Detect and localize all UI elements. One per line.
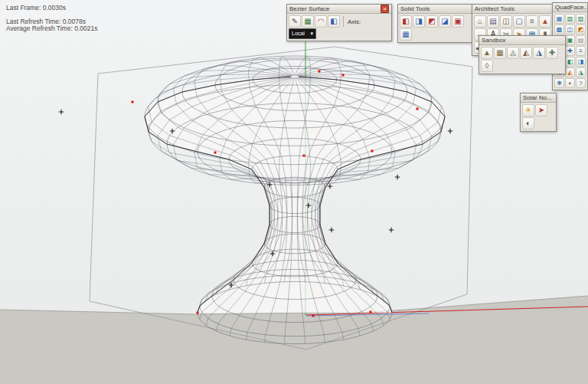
chevron-down-icon: ▾: [310, 29, 313, 38]
toolbar-title: Sandbox: [482, 36, 506, 44]
close-icon[interactable]: ×: [381, 5, 389, 13]
red-control-point: [370, 311, 372, 313]
red-control-point: [416, 108, 419, 110]
loop-select-tool-icon[interactable]: ▩: [554, 25, 564, 34]
solid-icons: ◧◨◩◪▣▦: [398, 14, 472, 42]
door-tool-icon[interactable]: ◫: [500, 15, 512, 28]
drape-tool-icon[interactable]: ◮: [533, 47, 545, 59]
connect-edges-tool-icon[interactable]: ✚: [565, 46, 575, 56]
toolbar-solid-tools: Solid Tools ◧◨◩◪▣▦: [397, 4, 472, 43]
bezier-icons: ✎▦◠◧: [289, 15, 340, 28]
freeze-tool-icon[interactable]: ✱: [554, 78, 564, 88]
from-contours-tool-icon[interactable]: ▲: [481, 47, 493, 59]
bezier-curve-tool-icon[interactable]: ◠: [315, 15, 327, 28]
control-cross: [448, 129, 452, 133]
window-tool-icon[interactable]: ▢: [513, 15, 525, 28]
control-cross: [328, 184, 332, 189]
control-cross: [329, 228, 334, 232]
sandbox-icons: ▲▦◬◭◮✚◊: [479, 45, 565, 74]
add-detail-tool-icon[interactable]: ✚: [546, 47, 558, 59]
toolbar-titlebar[interactable]: Solar No...: [521, 94, 556, 103]
red-control-point: [132, 101, 134, 103]
stat-last-frame: Last Frame: 0.0030s: [6, 5, 97, 11]
mirror-tool-icon[interactable]: ◨: [576, 57, 586, 67]
help-tool-icon[interactable]: ?: [576, 78, 586, 88]
red-control-point: [312, 315, 315, 317]
stair-tool-icon[interactable]: ≡: [526, 15, 538, 28]
solid-subtract-tool-icon[interactable]: ◨: [413, 15, 425, 28]
unsmooth-quads-tool-icon[interactable]: ▤: [576, 35, 586, 45]
toolbar-divider: [343, 16, 344, 27]
flip-edge-tool-icon[interactable]: ◊: [481, 60, 493, 72]
select-quads-tool-icon[interactable]: ▦: [554, 14, 564, 24]
toolbar-bezier-surface: Bezier Surface × ✎▦◠◧ Axis: Local ▾: [286, 4, 392, 41]
solar-icons: ☀➤◐: [521, 103, 556, 131]
stat-avg-refresh: Average Refresh Time: 0.0021s: [6, 25, 97, 32]
solid-trim-tool-icon[interactable]: ◪: [439, 15, 451, 28]
control-cross: [395, 175, 400, 179]
smoove-tool-icon[interactable]: ◬: [507, 47, 519, 59]
red-control-point: [197, 312, 199, 314]
edit-patch-tool-icon[interactable]: ▦: [302, 15, 314, 28]
triangulate-tool-icon[interactable]: ◩: [576, 25, 586, 34]
north-tool-icon[interactable]: ➤: [535, 104, 547, 117]
toolbar-sandbox: Sandbox ▲▦◬◭◮✚◊: [479, 35, 566, 74]
red-control-point: [371, 150, 374, 153]
toolbar-titlebar[interactable]: QuadFace...: [553, 3, 587, 12]
ring-select-tool-icon[interactable]: ◫: [565, 25, 575, 34]
site-tool-icon[interactable]: ⌂: [474, 15, 486, 28]
red-control-point: [303, 155, 305, 157]
toolbar-title: Solar No...: [523, 94, 552, 102]
extrude-patch-tool-icon[interactable]: ◧: [328, 15, 340, 28]
toolbar-titlebar[interactable]: Architect Tools: [472, 5, 555, 14]
axis-dropdown-value: Local: [292, 29, 305, 38]
axis-label: Axis:: [348, 18, 361, 25]
toolbar-title: Bezier Surface: [289, 5, 329, 13]
sun-tool-icon[interactable]: ☀: [522, 104, 534, 117]
stamp-tool-icon[interactable]: ◭: [520, 47, 532, 59]
red-control-point: [318, 71, 321, 73]
draw-bezier-tool-icon[interactable]: ✎: [289, 15, 301, 28]
properties-tool-icon[interactable]: ▪: [565, 78, 575, 88]
red-control-point: [214, 152, 217, 154]
grow-loop-tool-icon[interactable]: ▧: [565, 14, 575, 24]
outer-shell-tool-icon[interactable]: ▦: [400, 28, 412, 41]
toolbar-titlebar[interactable]: Sandbox: [479, 36, 565, 45]
solid-split-tool-icon[interactable]: ▣: [452, 15, 464, 28]
solid-intersect-tool-icon[interactable]: ◩: [426, 15, 438, 28]
deform-tool-icon[interactable]: ◭: [565, 67, 575, 77]
insert-loop-tool-icon[interactable]: ≡: [576, 46, 586, 56]
performance-stats: Last Frame: 0.0030s Last Refresh Time: 0…: [6, 5, 97, 32]
roof-tool-icon[interactable]: ▲: [539, 15, 551, 28]
red-control-point: [342, 74, 345, 77]
flip-edge-tool-icon[interactable]: ◧: [565, 57, 575, 67]
relax-tool-icon[interactable]: ◮: [576, 67, 586, 77]
control-cross: [59, 110, 64, 114]
shrink-loop-tool-icon[interactable]: ▨: [576, 14, 586, 24]
toolbar-solar-north: Solar No... ☀➤◐: [520, 93, 557, 132]
solid-union-tool-icon[interactable]: ◧: [400, 15, 412, 28]
pedestal-wireframe-mesh[interactable]: [145, 56, 445, 344]
toolbar-title: QuadFace...: [555, 3, 587, 11]
control-cross: [389, 228, 394, 232]
toolbar-titlebar[interactable]: Solid Tools: [398, 5, 472, 14]
axis-dropdown[interactable]: Local ▾: [289, 28, 316, 39]
from-scratch-tool-icon[interactable]: ▦: [494, 47, 506, 59]
wall-tool-icon[interactable]: ▤: [487, 15, 499, 28]
shadow-tool-icon[interactable]: ◐: [522, 117, 534, 130]
toolbar-title: Architect Tools: [475, 5, 514, 13]
toolbar-title: Solid Tools: [400, 5, 430, 13]
smooth-quads-tool-icon[interactable]: ▣: [565, 35, 575, 45]
toolbar-titlebar[interactable]: Bezier Surface ×: [287, 5, 391, 14]
